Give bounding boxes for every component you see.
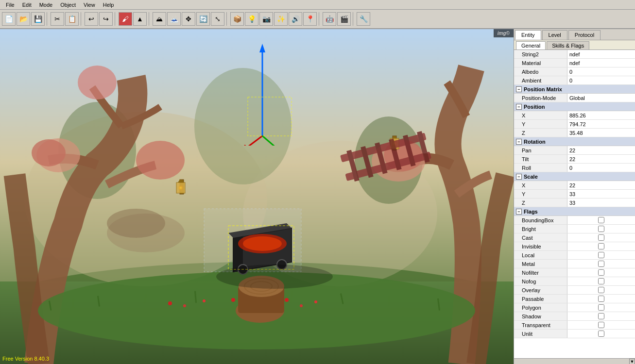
flag-shadow-value[interactable]	[567, 312, 635, 320]
subtab-skills-flags[interactable]: Skills & Flags	[547, 41, 589, 50]
prop-pan-value[interactable]: 22	[567, 146, 635, 154]
menu-file[interactable]: File	[2, 1, 18, 9]
collapse-position[interactable]: −	[516, 104, 522, 110]
tab-level[interactable]: Level	[542, 30, 567, 40]
prop-scale-y-label: Y	[514, 190, 567, 198]
flag-nofilter-value[interactable]	[567, 268, 635, 277]
checkbox-invisible[interactable]	[569, 243, 633, 249]
menu-help[interactable]: Help	[99, 1, 118, 9]
menu-view[interactable]: View	[80, 1, 99, 9]
tab-entity[interactable]: Entity	[515, 30, 541, 40]
collapse-rotation[interactable]: −	[516, 139, 522, 145]
subtab-general[interactable]: General	[516, 41, 546, 50]
flag-cast-value[interactable]	[567, 233, 635, 242]
section-flags-label: Flags	[524, 209, 538, 215]
collapse-position-matrix[interactable]: −	[516, 86, 522, 92]
flag-invisible-value[interactable]	[567, 242, 635, 250]
prop-material-value[interactable]: ndef	[567, 59, 635, 67]
waypoint-button[interactable]: 📍	[303, 12, 317, 26]
particles-button[interactable]: ✨	[274, 12, 288, 26]
prop-string2-label: String2	[514, 50, 567, 58]
section-position-matrix-label: Position Matrix	[524, 86, 562, 92]
flag-shadow: Shadow	[514, 312, 635, 321]
prop-pos-x-label: X	[514, 111, 567, 119]
redo-button[interactable]: ↪	[99, 12, 113, 26]
menu-mode[interactable]: Mode	[35, 1, 57, 9]
checkbox-nofilter[interactable]	[569, 269, 633, 276]
copy-button[interactable]: 📋	[65, 12, 79, 26]
checkbox-cast[interactable]	[569, 234, 633, 241]
prop-pos-x-value[interactable]: 885.26	[567, 111, 635, 119]
flag-passable-value[interactable]	[567, 295, 635, 303]
move-button[interactable]: ✥	[182, 12, 195, 26]
prop-albedo-value[interactable]: 0	[567, 67, 635, 76]
prop-scale-z-value[interactable]: 33	[567, 199, 635, 207]
rotate-button[interactable]: 🔄	[196, 12, 210, 26]
cut-button[interactable]: ✂	[51, 12, 64, 26]
light-button[interactable]: 💡	[245, 12, 258, 26]
scrollbar-bottom: ▼	[514, 358, 635, 364]
prop-string2-value[interactable]: ndef	[567, 50, 635, 58]
terrain1-button[interactable]: ⛰	[153, 12, 166, 26]
prop-position-mode-label: Position-Mode	[514, 94, 567, 102]
cinematic-button[interactable]: 🎬	[337, 12, 351, 26]
checkbox-boundingbox[interactable]	[569, 217, 633, 223]
save-button[interactable]: 💾	[31, 12, 45, 26]
flag-boundingbox-value[interactable]	[567, 216, 635, 224]
flag-cast-label: Cast	[514, 233, 567, 242]
panel-tabs: Entity Level Protocol	[514, 29, 635, 40]
separator-6	[319, 12, 321, 26]
prop-pan-label: Pan	[514, 146, 567, 154]
select-button[interactable]: ▲	[133, 12, 147, 26]
sound-button[interactable]: 🔊	[289, 12, 302, 26]
svg-point-35	[285, 298, 289, 302]
menu-object[interactable]: Object	[56, 1, 80, 9]
open-button[interactable]: 📂	[17, 12, 30, 26]
checkbox-bright[interactable]	[569, 226, 633, 232]
checkbox-shadow[interactable]	[569, 313, 633, 319]
terrain2-button[interactable]: 🗻	[167, 12, 181, 26]
flag-bright-value[interactable]	[567, 225, 635, 233]
tab-protocol[interactable]: Protocol	[568, 30, 601, 40]
camera-button[interactable]: 📷	[259, 12, 273, 26]
menu-edit[interactable]: Edit	[18, 1, 35, 9]
ai-button[interactable]: 🤖	[323, 12, 336, 26]
checkbox-overlay[interactable]	[569, 287, 633, 293]
checkbox-metal[interactable]	[569, 261, 633, 267]
flag-boundingbox-label: BoundingBox	[514, 216, 567, 224]
flag-unlit-value[interactable]	[567, 330, 635, 338]
prop-ambient-value[interactable]: 0	[567, 76, 635, 84]
collapse-flags[interactable]: −	[516, 209, 522, 215]
scroll-down-arrow[interactable]: ▼	[629, 359, 635, 364]
flag-overlay-value[interactable]	[567, 286, 635, 294]
undo-button[interactable]: ↩	[85, 12, 98, 26]
viewport[interactable]: Free Version 8.40.3 img©	[0, 29, 514, 364]
checkbox-unlit[interactable]	[569, 331, 633, 337]
flag-transparent-value[interactable]	[567, 321, 635, 329]
prop-pos-y-value[interactable]: 794.72	[567, 120, 635, 128]
collapse-scale[interactable]: −	[516, 174, 522, 180]
entity-button[interactable]: 📦	[230, 12, 244, 26]
flag-polygon-value[interactable]	[567, 303, 635, 312]
prop-material: Material ndef	[514, 59, 635, 67]
prop-scale-y-value[interactable]: 33	[567, 190, 635, 198]
paint-button[interactable]: 🖌	[119, 12, 132, 26]
flag-overlay-label: Overlay	[514, 286, 567, 294]
prop-roll-value[interactable]: 0	[567, 164, 635, 172]
flag-metal-value[interactable]	[567, 260, 635, 268]
checkbox-polygon[interactable]	[569, 304, 633, 311]
flag-metal: Metal	[514, 260, 635, 268]
flag-nofog-value[interactable]	[567, 277, 635, 285]
checkbox-transparent[interactable]	[569, 322, 633, 328]
prop-position-mode-value[interactable]: Global	[567, 94, 635, 102]
checkbox-passable[interactable]	[569, 296, 633, 302]
new-button[interactable]: 📄	[2, 12, 16, 26]
scale-button[interactable]: ⤡	[211, 12, 224, 26]
extra1-button[interactable]: 🔧	[357, 12, 370, 26]
prop-scale-x-value[interactable]: 22	[567, 181, 635, 189]
prop-tilt-value[interactable]: 22	[567, 155, 635, 163]
checkbox-local[interactable]	[569, 252, 633, 258]
prop-pos-z-value[interactable]: 35.48	[567, 129, 635, 137]
flag-local-value[interactable]	[567, 251, 635, 259]
checkbox-nofog[interactable]	[569, 278, 633, 284]
